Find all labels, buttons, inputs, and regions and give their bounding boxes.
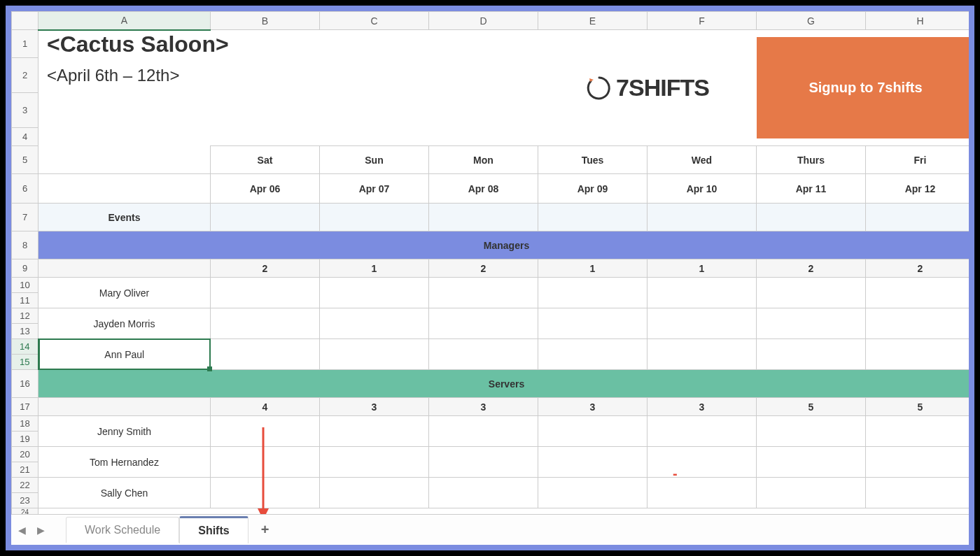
clock-icon: [585, 74, 613, 102]
server-name-0[interactable]: Jenny Smith: [38, 416, 211, 447]
server-name-2[interactable]: Sally Chen: [38, 478, 211, 508]
row-header-12[interactable]: 12: [12, 308, 38, 324]
row-header-17[interactable]: 17: [12, 398, 38, 416]
date-4[interactable]: Apr 10: [648, 174, 757, 204]
tab-work-schedule[interactable]: Work Schedule: [66, 517, 179, 543]
row-header-24[interactable]: 24: [12, 508, 38, 515]
sheet-nav-arrows: ◀ ▶: [18, 525, 45, 536]
row-header-4[interactable]: 4: [12, 128, 38, 146]
row-header-23[interactable]: 23: [12, 493, 38, 508]
business-title: <Cactus Saloon>: [47, 31, 229, 57]
row-header-22[interactable]: 22: [12, 478, 38, 493]
row-header-21[interactable]: 21: [12, 462, 38, 478]
col-header-D[interactable]: D: [429, 12, 538, 30]
col-header-G[interactable]: G: [757, 12, 866, 30]
date-2[interactable]: Apr 08: [429, 174, 538, 204]
row-header-10[interactable]: 10: [12, 278, 38, 293]
date-1[interactable]: Apr 07: [320, 174, 429, 204]
col-header-B[interactable]: B: [211, 12, 320, 30]
col-header-E[interactable]: E: [538, 12, 648, 30]
day-fri[interactable]: Fri: [866, 146, 969, 174]
manager-name-2[interactable]: Ann Paul: [38, 339, 211, 370]
tab-shifts[interactable]: Shifts: [179, 516, 248, 543]
row-header-19[interactable]: 19: [12, 432, 38, 447]
row-header-2[interactable]: 2: [12, 58, 38, 93]
day-mon[interactable]: Mon: [429, 146, 538, 174]
row-header-11[interactable]: 11: [12, 293, 38, 308]
col-header-H[interactable]: H: [866, 12, 969, 30]
row-header-6[interactable]: 6: [12, 174, 38, 204]
row-header-16[interactable]: 16: [12, 370, 38, 398]
column-headers[interactable]: A B C D E F G H: [12, 12, 969, 30]
tab-add-button[interactable]: +: [248, 516, 282, 543]
col-header-C[interactable]: C: [320, 12, 429, 30]
row-header-18[interactable]: 18: [12, 416, 38, 432]
day-sun[interactable]: Sun: [320, 146, 429, 174]
spreadsheet-grid[interactable]: A B C D E F G H 1 <Cactus Saloon>: [11, 11, 969, 514]
manager-name-0[interactable]: Mary Oliver: [38, 278, 211, 308]
row-header-20[interactable]: 20: [12, 447, 38, 462]
sheet-tab-bar: ◀ ▶ Work Schedule Shifts +: [11, 514, 969, 545]
row-header-9[interactable]: 9: [12, 259, 38, 278]
row-header-3[interactable]: 3: [12, 93, 38, 128]
date-6[interactable]: Apr 12: [866, 174, 969, 204]
day-wed[interactable]: Wed: [648, 146, 757, 174]
row-header-14[interactable]: 14: [12, 339, 38, 355]
managers-section[interactable]: Managers: [38, 231, 969, 259]
signup-button[interactable]: Signup to 7shifts: [757, 37, 969, 138]
manager-name-1[interactable]: Jayden Morris: [38, 308, 211, 339]
select-all-corner[interactable]: [12, 12, 38, 30]
row-header-13[interactable]: 13: [12, 324, 38, 339]
date-range: <April 6th – 12th>: [47, 66, 179, 85]
servers-section[interactable]: Servers: [38, 370, 969, 398]
col-header-A[interactable]: A: [38, 12, 211, 30]
date-3[interactable]: Apr 09: [538, 174, 648, 204]
7shifts-logo: 7SHIFTS: [542, 30, 752, 145]
sheet-nav-next-icon[interactable]: ▶: [37, 525, 45, 536]
events-label[interactable]: Events: [38, 204, 211, 231]
day-tue[interactable]: Tues: [538, 146, 648, 174]
day-sat[interactable]: Sat: [211, 146, 320, 174]
col-header-F[interactable]: F: [648, 12, 757, 30]
day-thu[interactable]: Thurs: [757, 146, 866, 174]
row-header-15[interactable]: 15: [12, 355, 38, 370]
row-header-5[interactable]: 5: [12, 146, 38, 174]
date-0[interactable]: Apr 06: [211, 174, 320, 204]
date-5[interactable]: Apr 11: [757, 174, 866, 204]
server-name-1[interactable]: Tom Hernandez: [38, 447, 211, 478]
row-header-7[interactable]: 7: [12, 204, 38, 231]
row-header-1[interactable]: 1: [12, 30, 38, 58]
row-header-8[interactable]: 8: [12, 231, 38, 259]
sheet-nav-prev-icon[interactable]: ◀: [18, 525, 26, 536]
